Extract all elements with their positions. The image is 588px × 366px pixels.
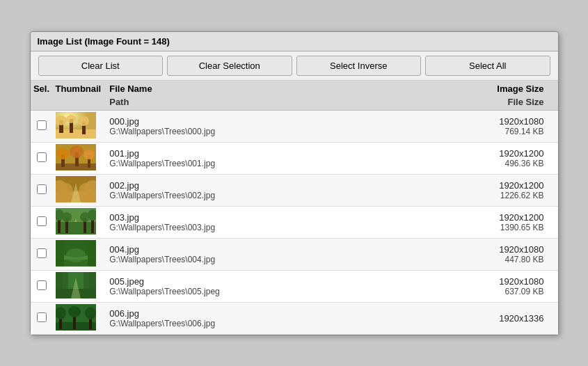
svg-point-5 xyxy=(66,115,76,123)
thumbnail-image xyxy=(56,240,102,269)
file-size: 496.36 KB xyxy=(379,159,544,168)
table-header-row-2: Path File Size xyxy=(31,97,558,111)
clear-list-button[interactable]: Clear List xyxy=(38,56,164,76)
row-checkbox[interactable] xyxy=(37,248,47,258)
file-path: G:\Wallpapers\Trees\002.jpg xyxy=(109,191,367,200)
image-size: 1920x1336 xyxy=(379,313,544,324)
svg-point-13 xyxy=(70,145,84,158)
table-row: 003.jpgG:\Wallpapers\Trees\003.jpg1920x1… xyxy=(31,206,558,238)
thumbnail-image xyxy=(56,176,102,205)
svg-rect-25 xyxy=(56,222,96,234)
svg-rect-44 xyxy=(63,272,68,299)
table-row: 000.jpgG:\Wallpapers\Trees\000.jpg1920x1… xyxy=(31,110,558,142)
image-size: 1920x1080 xyxy=(379,276,544,287)
col-header-thumbnail: Thumbnail xyxy=(53,81,104,97)
file-size: 447.80 KB xyxy=(379,255,544,264)
main-window: Image List (Image Fount = 148) Clear Lis… xyxy=(30,31,559,335)
table-row: 005.jpegG:\Wallpapers\Trees\005.jpeg1920… xyxy=(31,270,558,302)
svg-rect-42 xyxy=(56,272,63,299)
image-size: 1920x1200 xyxy=(379,180,544,191)
svg-point-7 xyxy=(78,116,89,126)
table-row: 001.jpgG:\Wallpapers\Trees\001.jpg1920x1… xyxy=(31,142,558,174)
file-name: 004.jpg xyxy=(109,244,367,255)
col-header-filesize: File Size xyxy=(373,97,558,111)
row-checkbox[interactable] xyxy=(37,184,47,194)
thumbnail-image xyxy=(56,144,102,173)
thumbnail-image xyxy=(56,272,102,301)
image-size: 1920x1200 xyxy=(379,212,544,223)
window-title: Image List (Image Fount = 148) xyxy=(38,36,170,47)
select-all-button[interactable]: Select All xyxy=(425,56,550,76)
file-size: 637.09 KB xyxy=(379,287,544,296)
svg-point-29 xyxy=(62,212,72,222)
table-row: 002.jpgG:\Wallpapers\Trees\002.jpg1920x1… xyxy=(31,174,558,206)
image-table: Sel. Thumbnail File Name Image Size Path… xyxy=(31,81,558,335)
image-size: 1920x1200 xyxy=(379,148,544,159)
clear-selection-button[interactable]: Clear Selection xyxy=(167,56,292,76)
table-body: 000.jpgG:\Wallpapers\Trees\000.jpg1920x1… xyxy=(31,110,558,334)
thumbnail-image xyxy=(56,112,102,141)
table-row: 006.jpgG:\Wallpapers\Trees\006.jpg1920x1… xyxy=(31,302,558,334)
file-name: 002.jpg xyxy=(109,180,367,191)
table-header-row-1: Sel. Thumbnail File Name Image Size xyxy=(31,81,558,97)
col-header-thumb2 xyxy=(53,97,104,111)
toolbar: Clear List Clear Selection Select Invers… xyxy=(31,51,558,81)
table-container: Sel. Thumbnail File Name Image Size Path… xyxy=(31,81,558,335)
file-size: 1226.62 KB xyxy=(379,191,544,200)
row-checkbox[interactable] xyxy=(37,280,47,290)
file-name: 000.jpg xyxy=(109,116,367,127)
svg-point-3 xyxy=(56,116,67,125)
image-size: 1920x1080 xyxy=(379,116,544,127)
row-checkbox[interactable] xyxy=(37,216,47,226)
col-header-sel: Sel. xyxy=(31,81,53,97)
row-checkbox[interactable] xyxy=(37,312,47,322)
file-name: 003.jpg xyxy=(109,212,367,223)
svg-point-39 xyxy=(66,248,86,262)
col-header-sel2 xyxy=(31,97,53,111)
file-size: 769.14 KB xyxy=(379,127,544,136)
file-path: G:\Wallpapers\Trees\004.jpg xyxy=(109,255,367,264)
file-name: 006.jpg xyxy=(109,308,367,319)
file-name: 005.jpeg xyxy=(109,276,367,287)
file-path: G:\Wallpapers\Trees\006.jpg xyxy=(109,319,367,328)
image-size: 1920x1080 xyxy=(379,244,544,255)
col-header-filename: File Name xyxy=(104,81,373,97)
svg-point-20 xyxy=(59,183,73,200)
file-path: G:\Wallpapers\Trees\001.jpg xyxy=(109,159,367,168)
file-size: 1390.65 KB xyxy=(379,223,544,232)
thumbnail-image xyxy=(56,304,102,333)
file-path: G:\Wallpapers\Trees\003.jpg xyxy=(109,223,367,232)
col-header-imagesize: Image Size xyxy=(373,81,558,97)
row-checkbox[interactable] xyxy=(37,152,47,162)
file-path: G:\Wallpapers\Trees\005.jpeg xyxy=(109,287,367,296)
row-checkbox[interactable] xyxy=(37,120,47,130)
table-row: 004.jpgG:\Wallpapers\Trees\004.jpg1920x1… xyxy=(31,238,558,270)
svg-rect-43 xyxy=(89,272,96,299)
file-path: G:\Wallpapers\Trees\000.jpg xyxy=(109,127,367,136)
col-header-path: Path xyxy=(104,97,373,111)
file-name: 001.jpg xyxy=(109,148,367,159)
svg-point-15 xyxy=(84,150,95,159)
svg-point-54 xyxy=(85,307,96,319)
svg-point-11 xyxy=(56,148,69,159)
title-bar: Image List (Image Fount = 148) xyxy=(31,32,558,51)
svg-point-21 xyxy=(79,183,93,200)
svg-point-52 xyxy=(68,306,81,317)
select-inverse-button[interactable]: Select Inverse xyxy=(296,56,422,76)
thumbnail-image xyxy=(56,208,102,237)
svg-rect-45 xyxy=(84,272,89,299)
